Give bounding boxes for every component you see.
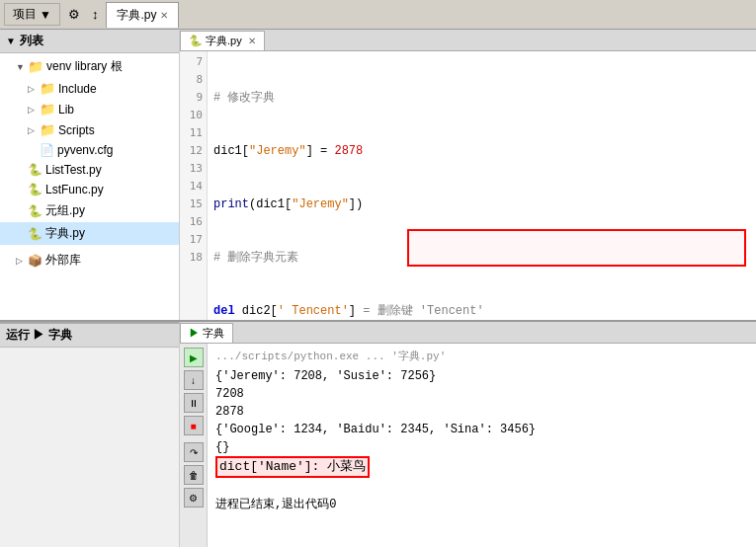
tree-item-zidian[interactable]: 🐍 字典.py	[0, 222, 179, 245]
zidian-label: 字典.py	[45, 225, 85, 242]
project-dropdown-icon: ▼	[40, 8, 51, 22]
include-arrow: ▷	[28, 84, 38, 94]
clear-button[interactable]: 🗑	[184, 465, 204, 485]
lower-area: 运行 ▶ 字典 ▶ 字典 ▶ ↓ ⏸ ■ ↷ 🗑	[0, 320, 756, 547]
scripts-arrow: ▷	[28, 125, 38, 135]
venv-label: venv library 根	[46, 58, 123, 75]
code-line-9: print(dic1["Jeremy"])	[213, 195, 750, 213]
output-line-empty	[215, 478, 748, 496]
code-line-8: dic1["Jeremy"] = 2878	[213, 142, 750, 160]
bottom-tabs: ▶ 字典	[180, 322, 756, 344]
stop-button[interactable]: ■	[184, 416, 204, 435]
file-tab-close[interactable]: ✕	[160, 10, 168, 21]
code-line-10: # 删除字典元素	[213, 249, 750, 267]
toolbar-icon-1[interactable]: ⚙	[64, 5, 84, 24]
step-button[interactable]: ↷	[184, 442, 204, 462]
external-arrow: ▷	[16, 256, 26, 266]
tree-item-external[interactable]: ▷ 📦 外部库	[0, 249, 179, 272]
code-tab-zidian[interactable]: 🐍 字典.py ✕	[180, 31, 265, 50]
project-label[interactable]: 项目 ▼	[4, 3, 60, 26]
output-line-7: 进程已结束,退出代码0	[215, 496, 748, 513]
lstfunc-file-icon: 🐍	[28, 183, 42, 196]
tree-item-yuanzu[interactable]: 🐍 元组.py	[0, 199, 179, 222]
run-toolbar: ▶ ↓ ⏸ ■ ↷ 🗑 ⚙	[180, 344, 208, 547]
venv-folder-icon: 📁	[28, 59, 43, 74]
venv-arrow: ▼	[16, 62, 26, 72]
code-tab-close[interactable]: ✕	[248, 36, 256, 46]
output-line-4: {'Google': 1234, 'Baidu': 2345, 'Sina': …	[215, 421, 748, 438]
right-panel: 🐍 字典.py ✕ 7 8 9 10 11 12 13 14	[180, 30, 756, 320]
pyvenv-file-icon: 📄	[40, 143, 54, 157]
settings-button[interactable]: ⚙	[184, 488, 204, 508]
code-tab-label: 字典.py	[206, 34, 242, 48]
code-area: 7 8 9 10 11 12 13 14 15 16 17 18 #	[180, 51, 756, 320]
output-area: .../scripts/python.exe ... '字典.py' {'Jer…	[208, 344, 756, 547]
code-lines: 7 8 9 10 11 12 13 14 15 16 17 18 #	[180, 51, 756, 320]
output-line-5: {}	[215, 438, 748, 456]
tree-item-scripts[interactable]: ▷ 📁 Scripts	[0, 119, 179, 140]
tree-item-venv[interactable]: ▼ 📁 venv library 根	[0, 55, 179, 78]
listtest-label: ListTest.py	[45, 163, 102, 177]
output-highlight-box: dict['Name']: 小菜鸟	[215, 456, 370, 478]
external-icon: 📦	[28, 254, 42, 268]
lstfunc-label: LstFunc.py	[45, 183, 104, 196]
output-line-3: 2878	[215, 403, 748, 421]
run-icon: ▶	[189, 327, 200, 339]
tree-area: ▼ 📁 venv library 根 ▷ 📁 Include	[0, 53, 179, 320]
output-path: .../scripts/python.exe ... '字典.py'	[215, 351, 446, 362]
left-panel: ▼ 列表 ▼ 📁 venv library 根 ▷ 📁	[0, 30, 180, 320]
external-label: 外部库	[45, 252, 81, 269]
output-line-1: {'Jeremy': 7208, 'Susie': 7256}	[215, 367, 748, 385]
tree-item-listtest[interactable]: 🐍 ListTest.py	[0, 160, 179, 180]
file-tab-zidian[interactable]: 字典.py ✕	[106, 2, 179, 28]
code-content[interactable]: # 修改字典 dic1["Jeremy"] = 2878 print(dic1[…	[208, 51, 756, 320]
bottom-left-title: 运行 ▶ 字典	[6, 327, 72, 344]
yuanzu-file-icon: 🐍	[28, 204, 42, 218]
code-tabs: 🐍 字典.py ✕	[180, 30, 756, 51]
code-tab-icon: 🐍	[189, 35, 203, 47]
toolbar-icon-2[interactable]: ↕	[88, 5, 103, 24]
bottom-right-panel: ▶ 字典 ▶ ↓ ⏸ ■ ↷ 🗑 ⚙ .../sc	[180, 322, 756, 547]
zidian-file-icon: 🐍	[28, 227, 42, 241]
panel-title: 列表	[20, 33, 43, 49]
file-tab-label: 字典.py	[117, 7, 156, 24]
tree-item-include[interactable]: ▷ 📁 Include	[0, 78, 179, 99]
pyvenv-label: pyvenv.cfg	[57, 143, 113, 157]
code-line-7: # 修改字典	[213, 89, 750, 107]
code-line-11: del dic2[' Tencent'] = 删除键 'Tencent'	[213, 302, 750, 320]
lib-arrow: ▷	[28, 105, 38, 115]
run-button[interactable]: ▶	[184, 348, 204, 367]
listtest-file-icon: 🐍	[28, 163, 42, 177]
include-folder-icon: 📁	[40, 81, 55, 96]
tree-item-lstfunc[interactable]: 🐍 LstFunc.py	[0, 180, 179, 199]
output-line-6: dict['Name']: 小菜鸟	[215, 456, 748, 478]
bottom-content: ▶ ↓ ⏸ ■ ↷ 🗑 ⚙ .../scripts/python.exe ...…	[180, 344, 756, 547]
output-line-2: 7208	[215, 385, 748, 403]
panel-arrow[interactable]: ▼	[6, 36, 16, 46]
rerun-button[interactable]: ↓	[184, 370, 204, 390]
left-bottom-panel: 运行 ▶ 字典	[0, 322, 180, 547]
panel-header: ▼ 列表	[0, 30, 179, 53]
lib-folder-icon: 📁	[40, 102, 55, 117]
bottom-tab-label: 字典	[203, 327, 224, 339]
output-header: .../scripts/python.exe ... '字典.py'	[215, 348, 748, 365]
project-text: 项目	[13, 6, 37, 23]
scripts-folder-icon: 📁	[40, 122, 55, 137]
lib-label: Lib	[58, 103, 74, 117]
yuanzu-label: 元组.py	[45, 202, 85, 219]
pause-button[interactable]: ⏸	[184, 393, 204, 413]
top-bar: 项目 ▼ ⚙ ↕ 字典.py ✕	[0, 0, 756, 30]
include-label: Include	[58, 82, 97, 96]
left-bottom-header: 运行 ▶ 字典	[0, 324, 179, 348]
bottom-tab-run[interactable]: ▶ 字典	[180, 323, 233, 343]
tree-item-pyvenv[interactable]: 📄 pyvenv.cfg	[0, 140, 179, 160]
tree-item-lib[interactable]: ▷ 📁 Lib	[0, 99, 179, 119]
line-numbers: 7 8 9 10 11 12 13 14 15 16 17 18	[180, 51, 208, 320]
scripts-label: Scripts	[58, 123, 95, 137]
